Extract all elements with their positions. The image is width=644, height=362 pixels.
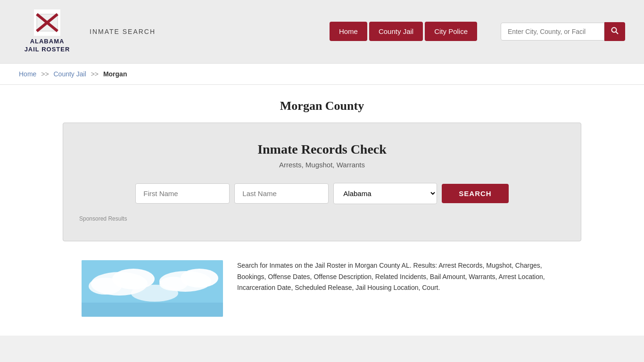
alabama-flag-icon bbox=[34, 9, 60, 36]
bottom-section: Search for Inmates on the Jail Roster in… bbox=[63, 255, 581, 317]
breadcrumb: Home >> County Jail >> Morgan bbox=[0, 64, 644, 85]
records-form: AlabamaAlaskaArizonaArkansasCaliforniaCo… bbox=[77, 183, 567, 204]
first-name-input[interactable] bbox=[135, 183, 230, 204]
svg-rect-14 bbox=[82, 303, 223, 317]
records-check-box: Inmate Records Check Arrests, Mugshot, W… bbox=[63, 123, 581, 241]
bottom-description: Search for Inmates on the Jail Roster in… bbox=[237, 260, 562, 294]
breadcrumb-current: Morgan bbox=[103, 70, 127, 78]
search-icon bbox=[611, 27, 619, 34]
state-select[interactable]: AlabamaAlaskaArizonaArkansasCaliforniaCo… bbox=[333, 183, 437, 204]
records-subtitle: Arrests, Mugshot, Warrants bbox=[77, 161, 567, 169]
sponsored-label: Sponsored Results bbox=[77, 215, 567, 222]
svg-point-9 bbox=[89, 278, 122, 295]
header-search-button[interactable] bbox=[604, 22, 625, 41]
site-header: ALABAMA JAIL ROSTER INMATE SEARCH Home C… bbox=[0, 0, 644, 64]
breadcrumb-sep1: >> bbox=[41, 70, 49, 78]
svg-line-5 bbox=[616, 32, 619, 34]
nav-city-police-button[interactable]: City Police bbox=[425, 22, 477, 41]
breadcrumb-home-link[interactable]: Home bbox=[19, 70, 36, 78]
sky-image bbox=[82, 260, 223, 317]
main-content: Morgan County Inmate Records Check Arres… bbox=[0, 85, 644, 336]
records-title: Inmate Records Check bbox=[77, 142, 567, 157]
svg-point-4 bbox=[612, 27, 617, 32]
header-search-area bbox=[501, 22, 625, 41]
nav-county-jail-button[interactable]: County Jail bbox=[369, 22, 423, 41]
svg-point-13 bbox=[131, 285, 178, 302]
logo-area: ALABAMA JAIL ROSTER bbox=[19, 9, 75, 54]
main-nav: Home County Jail City Police bbox=[330, 22, 477, 41]
inmate-search-label: INMATE SEARCH bbox=[90, 28, 156, 35]
breadcrumb-county-jail-link[interactable]: County Jail bbox=[54, 70, 86, 78]
logo-text: ALABAMA JAIL ROSTER bbox=[25, 38, 70, 54]
page-title: Morgan County bbox=[0, 85, 644, 123]
last-name-input[interactable] bbox=[234, 183, 329, 204]
records-search-button[interactable]: SEARCH bbox=[442, 184, 508, 203]
header-search-input[interactable] bbox=[501, 23, 604, 41]
sky-illustration bbox=[82, 260, 223, 317]
nav-home-button[interactable]: Home bbox=[330, 22, 367, 41]
breadcrumb-sep2: >> bbox=[91, 70, 99, 78]
